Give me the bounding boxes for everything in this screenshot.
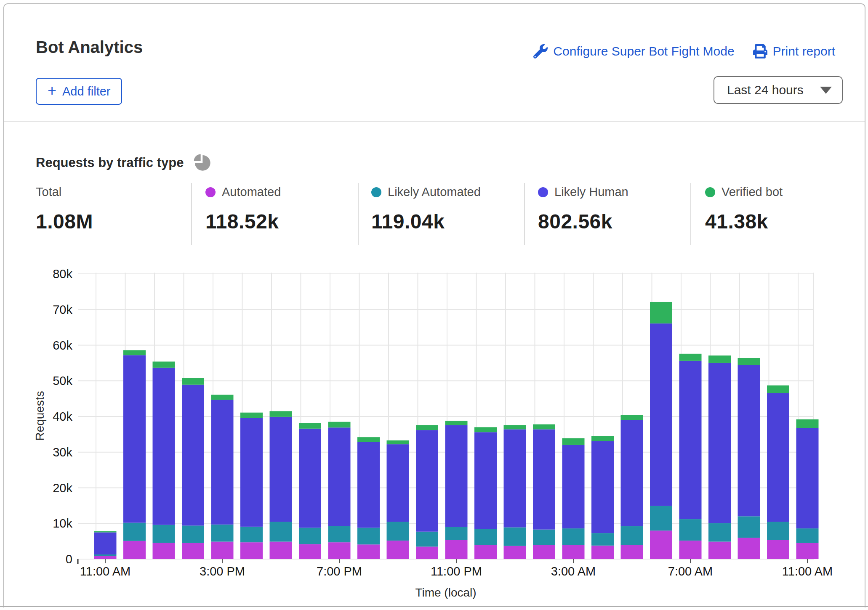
- time-range-select[interactable]: Last 24 hours: [714, 76, 843, 104]
- stat-verified-bot: Verified bot 41.38k: [705, 185, 783, 233]
- header-links: Configure Super Bot Fight Mode Print rep…: [533, 44, 835, 58]
- bar-segment: [767, 393, 789, 522]
- bar-segment: [504, 546, 526, 559]
- bar-segment: [328, 427, 351, 526]
- bar-segment: [591, 546, 614, 559]
- bar-segment: [533, 430, 555, 530]
- stat-dot: [205, 187, 216, 197]
- add-filter-label: Add filter: [62, 85, 110, 98]
- bar-segment: [650, 530, 672, 559]
- bar-segment: [504, 430, 526, 528]
- wrench-icon: [533, 44, 548, 58]
- bar-segment: [299, 429, 321, 528]
- stat-dot: [705, 187, 715, 197]
- stat-likely-automated: Likely Automated 119.04k: [371, 185, 481, 233]
- bar-segment: [357, 528, 380, 544]
- bar-segment: [562, 528, 585, 545]
- bar-segment: [679, 361, 702, 519]
- configure-sbfm-label: Configure Super Bot Fight Mode: [553, 44, 734, 58]
- bar-segment: [621, 526, 643, 545]
- configure-sbfm-link[interactable]: Configure Super Bot Fight Mode: [533, 44, 734, 58]
- bar-segment: [211, 541, 234, 559]
- bar-segment: [504, 425, 526, 429]
- bar-segment: [94, 554, 117, 556]
- page-title: Bot Analytics: [36, 38, 143, 57]
- bar-segment: [767, 540, 789, 559]
- stat-dot: [538, 187, 548, 197]
- bar-segment: [738, 358, 760, 365]
- bar-segment: [445, 421, 468, 425]
- bar-segment: [182, 525, 204, 543]
- stat-value: 802.56k: [538, 210, 628, 233]
- bar-segment: [328, 526, 351, 542]
- print-report-link[interactable]: Print report: [753, 44, 835, 58]
- stat-divider: [690, 183, 691, 245]
- bar-segment: [708, 523, 731, 541]
- bar-segment: [270, 522, 292, 541]
- bar-segment: [416, 425, 438, 430]
- bar-segment: [650, 324, 672, 506]
- bar-segment: [679, 354, 702, 361]
- bar-segment: [211, 525, 234, 542]
- bar-segment: [357, 544, 380, 559]
- bar-segment: [182, 378, 204, 385]
- bar-segment: [767, 385, 789, 393]
- bar-segment: [591, 436, 614, 441]
- bar-segment: [650, 506, 672, 530]
- time-range-value: Last 24 hours: [727, 83, 820, 97]
- bar-segment: [562, 445, 585, 528]
- stat-dot: [371, 187, 381, 197]
- bar-segment: [533, 545, 555, 559]
- bar-segment: [767, 522, 789, 540]
- bar-segment: [504, 528, 526, 546]
- bar-segment: [299, 423, 321, 429]
- bar-segment: [796, 528, 819, 543]
- bar-segment: [182, 385, 204, 526]
- bar-segment: [123, 523, 146, 541]
- bar-segment: [270, 411, 292, 417]
- bar-segment: [240, 418, 263, 526]
- stat-label: Total: [36, 185, 61, 199]
- bar-segment: [182, 543, 204, 559]
- bar-segment: [679, 541, 702, 559]
- bar-segment: [445, 527, 468, 540]
- pie-chart-icon: [192, 152, 211, 173]
- bar-segment: [153, 543, 175, 559]
- bar-segment: [679, 519, 702, 541]
- bar-segment: [796, 419, 819, 428]
- stat-likely-human: Likely Human 802.56k: [538, 185, 628, 233]
- bar-segment: [387, 541, 409, 559]
- bar-segment: [240, 527, 263, 542]
- bar-segment: [416, 546, 438, 559]
- bar-segment: [562, 438, 585, 445]
- bar-segment: [474, 529, 497, 545]
- bar-segment: [474, 427, 497, 432]
- bar-segment: [445, 425, 468, 527]
- bar-segment: [153, 368, 175, 525]
- bar-segment: [621, 420, 643, 526]
- stat-divider: [191, 183, 192, 245]
- header-divider: [4, 121, 865, 122]
- print-report-label: Print report: [773, 44, 835, 58]
- stat-value: 41.38k: [705, 210, 783, 233]
- bar-segment: [240, 542, 263, 559]
- bar-segment: [591, 441, 614, 533]
- bar-segment: [123, 350, 146, 355]
- bar-segment: [94, 556, 117, 559]
- bar-segment: [445, 540, 468, 559]
- stat-automated: Automated 118.52k: [205, 185, 281, 233]
- bar-segment: [123, 541, 146, 559]
- stat-label: Likely Automated: [388, 185, 481, 199]
- stat-label: Verified bot: [722, 185, 783, 199]
- stat-total: Total 1.08M: [36, 185, 93, 233]
- bar-segment: [94, 531, 117, 533]
- plus-icon: +: [48, 83, 56, 98]
- add-filter-button[interactable]: + Add filter: [36, 78, 122, 105]
- bar-segment: [708, 355, 731, 363]
- chevron-down-icon: [820, 87, 832, 94]
- bar-segment: [328, 542, 351, 559]
- bar-segment: [387, 440, 409, 444]
- bar-segment: [533, 424, 555, 430]
- bar-segment: [153, 361, 175, 367]
- bar-segment: [621, 415, 643, 420]
